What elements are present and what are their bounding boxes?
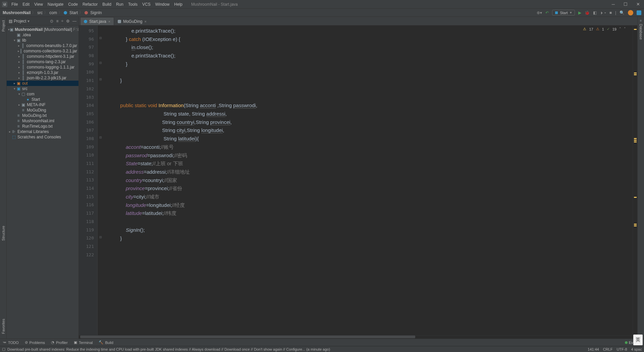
tree-class-start[interactable]: ●Start	[7, 97, 78, 102]
crumb-src[interactable]: src	[37, 10, 43, 15]
tool-database-button[interactable]: Database	[639, 23, 643, 41]
tree-jar[interactable]: ▸║json-lib-2.2.3-jdk15.jar	[7, 75, 78, 81]
tree-jar[interactable]: ▸║commons-collections-3.2.1.jar	[7, 48, 78, 54]
close-tab-icon[interactable]: ×	[108, 19, 110, 24]
chevron-up-icon[interactable]: ˄	[619, 27, 621, 31]
hide-icon[interactable]: —	[72, 19, 76, 24]
ide-settings-icon[interactable]	[637, 10, 641, 15]
run-config-selector[interactable]: Start ▾	[552, 10, 575, 15]
tree-folder-lib[interactable]: ▾▣lib	[7, 38, 78, 43]
tree-folder-idea[interactable]: ▣.idea	[7, 32, 78, 38]
close-button[interactable]: ✕	[634, 1, 642, 7]
marker-stripe[interactable]	[633, 26, 637, 335]
tree-file[interactable]: ≡RunTimeLogo.txt	[7, 124, 78, 129]
tool-project-button[interactable]: Project	[1, 19, 5, 33]
terminal-icon: ▣	[74, 340, 77, 345]
code-content[interactable]: e.printStackTrace(); } catch (IOExceptio…	[104, 26, 633, 335]
tree-jar[interactable]: ▸║commons-beanutils-1.7.0.jar	[7, 43, 78, 48]
stop-button[interactable]: ■	[609, 10, 612, 15]
project-tree[interactable]: ▾▣MushroomNail [MushroomNail] F:\Po ▣.id…	[7, 26, 78, 339]
window-title: MushroomNail - Start.java	[191, 2, 238, 7]
collapse-all-icon[interactable]: ÷	[61, 19, 63, 24]
expand-all-icon[interactable]: ≡	[56, 19, 58, 24]
avatar[interactable]	[628, 10, 633, 15]
tree-file[interactable]: ≡MoGuDing.txt	[7, 113, 78, 118]
chevron-down-icon[interactable]: ▾	[28, 19, 30, 24]
menu-help[interactable]: Help	[172, 1, 184, 7]
menu-tools[interactable]: Tools	[126, 1, 140, 7]
back-icon[interactable]: ↶	[545, 10, 549, 15]
file-encoding[interactable]: UTF-8	[616, 347, 627, 351]
minimize-button[interactable]: ─	[610, 1, 617, 7]
crumb-start[interactable]: Start	[69, 10, 78, 15]
tree-file-moguding[interactable]: ≡MoGuDing	[7, 107, 78, 113]
menu-refactor[interactable]: Refactor	[80, 1, 100, 7]
run-button[interactable]: ▶	[578, 10, 581, 15]
menu-build[interactable]: Build	[100, 1, 113, 7]
menu-run[interactable]: Run	[114, 1, 125, 7]
debug-button[interactable]: 🐞	[585, 10, 590, 15]
select-opened-icon[interactable]: ⊙	[50, 19, 53, 24]
inspections-summary[interactable]: ⚠17 ⚠1 ✓19 ˄ ˅	[583, 27, 626, 31]
tree-file[interactable]: ≡MushroomNail.iml	[7, 118, 78, 124]
tool-build-button[interactable]: 🔨Build	[99, 340, 113, 345]
menu-window[interactable]: Window	[153, 1, 172, 7]
tree-jar[interactable]: ▸║commons-httpclient-3.1.jar	[7, 54, 78, 59]
folder-icon: ▤	[9, 19, 12, 24]
menu-file[interactable]: File	[9, 1, 20, 7]
crumb-com[interactable]: com	[49, 10, 57, 15]
tree-scratches[interactable]: ⬚Scratches and Consoles	[7, 134, 78, 140]
profile-button[interactable]: ⏵▾	[600, 10, 606, 15]
tool-terminal-button[interactable]: ▣Terminal	[74, 340, 93, 345]
coverage-button[interactable]: ◧	[593, 10, 597, 15]
tree-jar[interactable]: ▸║commons-lang-2.3.jar	[7, 59, 78, 64]
tab-start-java[interactable]: Start.java ×	[80, 17, 114, 25]
menu-edit[interactable]: Edit	[20, 1, 32, 7]
gear-icon[interactable]: ⚙	[66, 19, 70, 24]
line-number: 109	[79, 143, 97, 151]
tab-moguding[interactable]: MoGuDing ×	[114, 17, 150, 25]
tree-jar[interactable]: ▸║commons-logging-1.1.1.jar	[7, 64, 78, 70]
tree-folder-meta[interactable]: ▸▣META-INF	[7, 102, 78, 107]
tree-external-libs[interactable]: ▸⊪External Libraries	[7, 129, 78, 134]
menu-code[interactable]: Code	[66, 1, 80, 7]
tree-jar[interactable]: ▸║ezmorph-1.0.3.jar	[7, 70, 78, 75]
scroll-thumb[interactable]	[80, 336, 415, 338]
crumb-project[interactable]: MushroomNail	[3, 10, 31, 15]
menu-navigate[interactable]: Navigate	[46, 1, 65, 7]
menu-view[interactable]: View	[32, 1, 45, 7]
tool-favorites-button[interactable]: Favorites	[1, 317, 5, 335]
tree-label: json-lib-2.2.3-jdk15.jar	[27, 76, 66, 80]
line-number: 108	[79, 135, 97, 143]
menu-vcs[interactable]: VCS	[140, 1, 153, 7]
database-icon[interactable]: ≡	[640, 19, 642, 23]
class-icon	[555, 11, 558, 14]
code-seg: SignIn	[126, 227, 140, 233]
tool-structure-button[interactable]: Structure	[1, 224, 5, 242]
add-config-icon[interactable]: ⊕▾	[537, 10, 542, 15]
chevron-down-icon[interactable]: ˅	[624, 27, 626, 31]
line-number: 114	[79, 184, 97, 193]
caret-position[interactable]: 141:44	[588, 347, 599, 351]
code-seg: //城市	[146, 194, 159, 200]
search-everywhere-icon[interactable]: 🔍	[620, 10, 625, 15]
line-number: 119	[79, 226, 97, 234]
ime-indicator[interactable]: 英	[633, 335, 643, 345]
code-editor[interactable]: 95 96 97 98 99 100 101 102 103 104 105 1…	[79, 26, 637, 335]
maximize-button[interactable]: ☐	[622, 1, 630, 7]
project-view-label[interactable]: Project	[14, 19, 26, 24]
status-message[interactable]: Download pre-built shared indexes: Reduc…	[7, 347, 330, 351]
tree-package-com[interactable]: ▾▢com	[7, 91, 78, 97]
tree-folder-out[interactable]: ▸▣out	[7, 81, 78, 86]
close-tab-icon[interactable]: ×	[145, 19, 147, 24]
tree-root[interactable]: ▾▣MushroomNail [MushroomNail] F:\Po	[7, 27, 78, 32]
horizontal-scrollbar[interactable]	[79, 335, 637, 339]
crumb-signin[interactable]: SignIn	[90, 10, 102, 15]
tool-todo-button[interactable]: ≔TODO	[3, 340, 19, 345]
toggle-tools-icon[interactable]: ▢	[2, 347, 5, 351]
tool-problems-button[interactable]: ⊘Problems	[25, 340, 45, 345]
tree-folder-src[interactable]: ▾▣src	[7, 86, 78, 91]
line-separator[interactable]: CRLF	[603, 347, 613, 351]
tool-profiler-button[interactable]: ◔Profiler	[51, 340, 68, 345]
indent-info[interactable]: 4 spac	[631, 347, 642, 351]
